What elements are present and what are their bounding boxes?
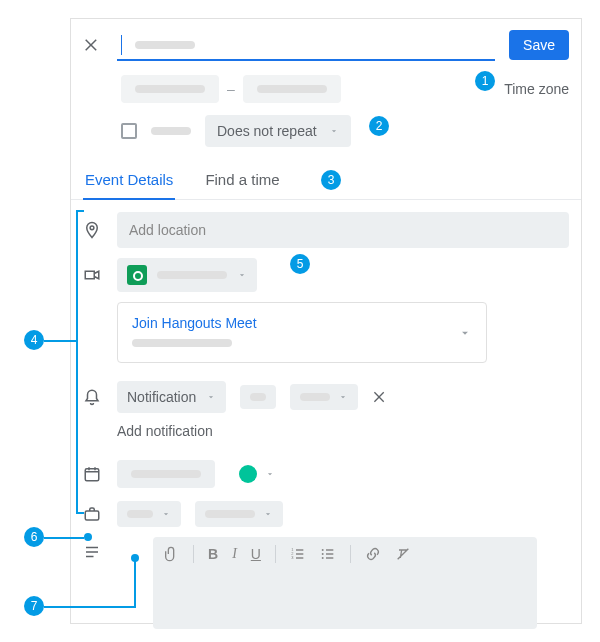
- calendar-select[interactable]: [117, 460, 215, 488]
- svg-text:3: 3: [291, 555, 294, 560]
- attach-icon[interactable]: [163, 546, 179, 562]
- numbered-list-icon[interactable]: 123: [290, 546, 306, 562]
- annotation-bracket: [76, 210, 78, 514]
- underline-icon[interactable]: U: [251, 546, 261, 562]
- save-button[interactable]: Save: [509, 30, 569, 60]
- location-icon: [81, 221, 103, 239]
- notification-method-select[interactable]: Notification: [117, 381, 226, 413]
- location-input[interactable]: Add location: [117, 212, 569, 248]
- bold-icon[interactable]: B: [208, 546, 218, 562]
- annotation-dot: [84, 533, 92, 541]
- annotation-2: 2: [369, 116, 389, 136]
- annotation-3: 3: [321, 170, 341, 190]
- annotation-leader: [44, 340, 76, 342]
- remove-notification-icon[interactable]: [372, 389, 388, 405]
- chevron-down-icon: [338, 392, 348, 402]
- chevron-down-icon: [161, 509, 171, 519]
- notification-unit-select[interactable]: [290, 384, 358, 410]
- bulleted-list-icon[interactable]: [320, 546, 336, 562]
- conferencing-select[interactable]: [117, 258, 257, 292]
- event-editor-panel: Save – Time zone Does not repeat Event D…: [70, 18, 582, 624]
- end-datetime[interactable]: [243, 75, 341, 103]
- annotation-leader: [134, 560, 136, 608]
- color-swatch: [239, 465, 257, 483]
- tab-event-details[interactable]: Event Details: [83, 171, 175, 200]
- tab-find-a-time[interactable]: Find a time: [203, 171, 281, 199]
- description-input[interactable]: B I U 123: [153, 537, 537, 629]
- svg-rect-2: [85, 511, 99, 520]
- hangouts-icon: [127, 265, 147, 285]
- link-icon[interactable]: [365, 546, 381, 562]
- italic-icon[interactable]: I: [232, 546, 237, 562]
- svg-point-7: [322, 553, 324, 555]
- to-separator: –: [227, 81, 235, 97]
- annotation-4: 4: [24, 330, 44, 350]
- notification-icon: [81, 388, 103, 406]
- description-icon: [81, 543, 103, 561]
- annotation-leader: [44, 537, 84, 539]
- annotation-dot: [131, 554, 139, 562]
- annotation-leader: [44, 606, 136, 608]
- start-datetime[interactable]: [121, 75, 219, 103]
- annotation-7: 7: [24, 596, 44, 616]
- chevron-down-icon[interactable]: [458, 326, 472, 340]
- all-day-label: [151, 127, 191, 135]
- chevron-down-icon: [206, 392, 216, 402]
- join-meet-link[interactable]: Join Hangouts Meet: [132, 315, 257, 331]
- calendar-icon: [81, 465, 103, 483]
- annotation-5: 5: [290, 254, 310, 274]
- add-notification-button[interactable]: Add notification: [117, 423, 569, 439]
- time-zone-label[interactable]: Time zone: [504, 81, 569, 97]
- all-day-checkbox[interactable]: [121, 123, 137, 139]
- clear-formatting-icon[interactable]: [395, 546, 411, 562]
- visibility-select[interactable]: [117, 501, 181, 527]
- annotation-6: 6: [24, 527, 44, 547]
- notification-label: Notification: [127, 389, 196, 405]
- recurrence-select[interactable]: Does not repeat: [205, 115, 351, 147]
- chevron-down-icon: [329, 126, 339, 136]
- availability-select[interactable]: [195, 501, 283, 527]
- svg-point-6: [322, 549, 324, 551]
- svg-rect-1: [85, 469, 99, 481]
- notification-number-input[interactable]: [240, 385, 276, 409]
- color-select[interactable]: [229, 457, 285, 491]
- chevron-down-icon: [237, 270, 247, 280]
- chevron-down-icon: [263, 509, 273, 519]
- join-meet-card[interactable]: Join Hangouts Meet: [117, 302, 487, 363]
- close-icon[interactable]: [83, 36, 103, 54]
- title-input[interactable]: [117, 29, 495, 61]
- annotation-1: 1: [475, 71, 495, 91]
- svg-point-0: [90, 226, 94, 230]
- video-icon: [81, 266, 103, 284]
- chevron-down-icon: [265, 469, 275, 479]
- recurrence-label: Does not repeat: [217, 123, 317, 139]
- svg-point-8: [322, 557, 324, 559]
- briefcase-icon: [81, 505, 103, 523]
